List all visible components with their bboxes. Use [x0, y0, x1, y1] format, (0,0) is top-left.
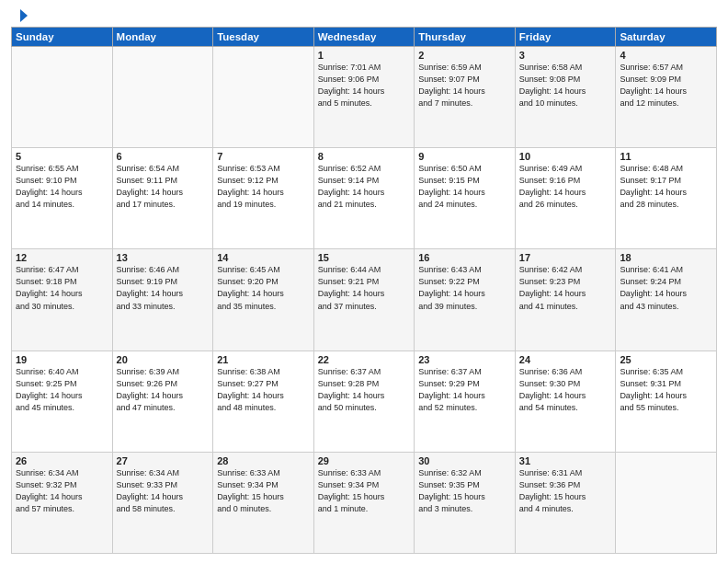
day-number: 11	[620, 151, 712, 162]
day-cell-11: 11Sunrise: 6:48 AM Sunset: 9:17 PM Dayli…	[616, 148, 717, 249]
day-number: 13	[117, 252, 210, 263]
day-cell-20: 20Sunrise: 6:39 AM Sunset: 9:26 PM Dayli…	[112, 350, 213, 452]
day-info: Sunrise: 6:55 AM Sunset: 9:10 PM Dayligh…	[16, 163, 108, 211]
day-info: Sunrise: 6:50 AM Sunset: 9:15 PM Dayligh…	[418, 163, 511, 211]
day-cell-30: 30Sunrise: 6:32 AM Sunset: 9:35 PM Dayli…	[415, 452, 516, 553]
day-cell-25: 25Sunrise: 6:35 AM Sunset: 9:31 PM Dayli…	[616, 350, 717, 452]
day-number: 17	[519, 252, 612, 263]
day-cell-24: 24Sunrise: 6:36 AM Sunset: 9:30 PM Dayli…	[515, 350, 616, 452]
day-cell-6: 6Sunrise: 6:54 AM Sunset: 9:11 PM Daylig…	[112, 148, 213, 249]
day-cell-18: 18Sunrise: 6:41 AM Sunset: 9:24 PM Dayli…	[616, 249, 717, 350]
calendar-table: SundayMondayTuesdayWednesdayThursdayFrid…	[11, 27, 717, 554]
day-number: 27	[117, 455, 210, 466]
day-cell-8: 8Sunrise: 6:52 AM Sunset: 9:14 PM Daylig…	[313, 148, 415, 249]
day-cell-4: 4Sunrise: 6:57 AM Sunset: 9:09 PM Daylig…	[616, 47, 717, 148]
day-info: Sunrise: 6:57 AM Sunset: 9:09 PM Dayligh…	[620, 62, 712, 109]
day-cell-9: 9Sunrise: 6:50 AM Sunset: 9:15 PM Daylig…	[415, 148, 516, 249]
weekday-header-row: SundayMondayTuesdayWednesdayThursdayFrid…	[12, 28, 717, 47]
empty-cell	[12, 47, 113, 148]
day-cell-10: 10Sunrise: 6:49 AM Sunset: 9:16 PM Dayli…	[515, 148, 616, 249]
day-cell-5: 5Sunrise: 6:55 AM Sunset: 9:10 PM Daylig…	[12, 148, 113, 249]
day-number: 28	[217, 455, 310, 466]
day-number: 9	[418, 151, 511, 162]
day-cell-2: 2Sunrise: 6:59 AM Sunset: 9:07 PM Daylig…	[415, 47, 516, 148]
week-row-3: 12Sunrise: 6:47 AM Sunset: 9:18 PM Dayli…	[12, 249, 717, 350]
weekday-header-sunday: Sunday	[12, 28, 113, 47]
weekday-header-friday: Friday	[515, 28, 616, 47]
day-info: Sunrise: 6:36 AM Sunset: 9:30 PM Dayligh…	[519, 366, 612, 414]
week-row-2: 5Sunrise: 6:55 AM Sunset: 9:10 PM Daylig…	[12, 148, 717, 249]
day-cell-13: 13Sunrise: 6:46 AM Sunset: 9:19 PM Dayli…	[112, 249, 213, 350]
logo	[11, 9, 28, 21]
day-info: Sunrise: 6:39 AM Sunset: 9:26 PM Dayligh…	[117, 366, 210, 414]
weekday-header-tuesday: Tuesday	[213, 28, 314, 47]
day-info: Sunrise: 6:48 AM Sunset: 9:17 PM Dayligh…	[620, 163, 712, 211]
day-cell-19: 19Sunrise: 6:40 AM Sunset: 9:25 PM Dayli…	[12, 350, 113, 452]
day-number: 14	[217, 252, 310, 263]
weekday-header-wednesday: Wednesday	[313, 28, 415, 47]
day-number: 16	[418, 252, 511, 263]
day-cell-26: 26Sunrise: 6:34 AM Sunset: 9:32 PM Dayli…	[12, 452, 113, 553]
page: SundayMondayTuesdayWednesdayThursdayFrid…	[0, 0, 728, 563]
empty-cell	[112, 47, 213, 148]
day-info: Sunrise: 6:34 AM Sunset: 9:32 PM Dayligh…	[16, 467, 108, 515]
day-info: Sunrise: 6:38 AM Sunset: 9:27 PM Dayligh…	[217, 366, 310, 414]
day-info: Sunrise: 6:52 AM Sunset: 9:14 PM Dayligh…	[318, 163, 411, 211]
day-info: Sunrise: 6:47 AM Sunset: 9:18 PM Dayligh…	[16, 264, 108, 312]
day-cell-3: 3Sunrise: 6:58 AM Sunset: 9:08 PM Daylig…	[515, 47, 616, 148]
day-number: 21	[217, 354, 310, 365]
day-cell-29: 29Sunrise: 6:33 AM Sunset: 9:34 PM Dayli…	[313, 452, 415, 553]
day-number: 6	[117, 151, 210, 162]
day-info: Sunrise: 6:33 AM Sunset: 9:34 PM Dayligh…	[318, 467, 411, 515]
day-number: 12	[16, 252, 108, 263]
day-number: 4	[620, 50, 712, 61]
day-cell-31: 31Sunrise: 6:31 AM Sunset: 9:36 PM Dayli…	[515, 452, 616, 553]
day-cell-14: 14Sunrise: 6:45 AM Sunset: 9:20 PM Dayli…	[213, 249, 314, 350]
day-number: 15	[318, 252, 411, 263]
day-number: 2	[418, 50, 511, 61]
day-cell-7: 7Sunrise: 6:53 AM Sunset: 9:12 PM Daylig…	[213, 148, 314, 249]
day-info: Sunrise: 6:46 AM Sunset: 9:19 PM Dayligh…	[117, 264, 210, 312]
day-number: 19	[16, 354, 108, 365]
day-info: Sunrise: 6:43 AM Sunset: 9:22 PM Dayligh…	[418, 264, 511, 312]
weekday-header-monday: Monday	[112, 28, 213, 47]
day-info: Sunrise: 6:33 AM Sunset: 9:34 PM Dayligh…	[217, 467, 310, 515]
day-info: Sunrise: 6:35 AM Sunset: 9:31 PM Dayligh…	[620, 366, 712, 414]
weekday-header-saturday: Saturday	[616, 28, 717, 47]
day-info: Sunrise: 6:53 AM Sunset: 9:12 PM Dayligh…	[217, 163, 310, 211]
day-info: Sunrise: 6:42 AM Sunset: 9:23 PM Dayligh…	[519, 264, 612, 312]
week-row-4: 19Sunrise: 6:40 AM Sunset: 9:25 PM Dayli…	[12, 350, 717, 452]
svg-marker-0	[20, 9, 28, 22]
weekday-header-thursday: Thursday	[415, 28, 516, 47]
day-info: Sunrise: 6:45 AM Sunset: 9:20 PM Dayligh…	[217, 264, 310, 312]
day-cell-1: 1Sunrise: 7:01 AM Sunset: 9:06 PM Daylig…	[313, 47, 415, 148]
day-cell-16: 16Sunrise: 6:43 AM Sunset: 9:22 PM Dayli…	[415, 249, 516, 350]
day-info: Sunrise: 7:01 AM Sunset: 9:06 PM Dayligh…	[318, 62, 411, 109]
day-number: 5	[16, 151, 108, 162]
day-info: Sunrise: 6:54 AM Sunset: 9:11 PM Dayligh…	[117, 163, 210, 211]
day-number: 22	[318, 354, 411, 365]
day-cell-21: 21Sunrise: 6:38 AM Sunset: 9:27 PM Dayli…	[213, 350, 314, 452]
day-cell-17: 17Sunrise: 6:42 AM Sunset: 9:23 PM Dayli…	[515, 249, 616, 350]
day-info: Sunrise: 6:59 AM Sunset: 9:07 PM Dayligh…	[418, 62, 511, 109]
day-cell-23: 23Sunrise: 6:37 AM Sunset: 9:29 PM Dayli…	[415, 350, 516, 452]
day-cell-28: 28Sunrise: 6:33 AM Sunset: 9:34 PM Dayli…	[213, 452, 314, 553]
day-number: 31	[519, 455, 612, 466]
day-number: 18	[620, 252, 712, 263]
day-info: Sunrise: 6:41 AM Sunset: 9:24 PM Dayligh…	[620, 264, 712, 312]
day-info: Sunrise: 6:31 AM Sunset: 9:36 PM Dayligh…	[519, 467, 612, 515]
empty-cell	[616, 452, 717, 553]
day-number: 23	[418, 354, 511, 365]
day-number: 8	[318, 151, 411, 162]
day-number: 29	[318, 455, 411, 466]
day-cell-15: 15Sunrise: 6:44 AM Sunset: 9:21 PM Dayli…	[313, 249, 415, 350]
day-number: 24	[519, 354, 612, 365]
day-info: Sunrise: 6:32 AM Sunset: 9:35 PM Dayligh…	[418, 467, 511, 515]
logo-flag-icon	[12, 7, 28, 24]
day-info: Sunrise: 6:37 AM Sunset: 9:28 PM Dayligh…	[318, 366, 411, 414]
day-number: 3	[519, 50, 612, 61]
day-info: Sunrise: 6:49 AM Sunset: 9:16 PM Dayligh…	[519, 163, 612, 211]
day-cell-27: 27Sunrise: 6:34 AM Sunset: 9:33 PM Dayli…	[112, 452, 213, 553]
day-number: 1	[318, 50, 411, 61]
day-number: 26	[16, 455, 108, 466]
